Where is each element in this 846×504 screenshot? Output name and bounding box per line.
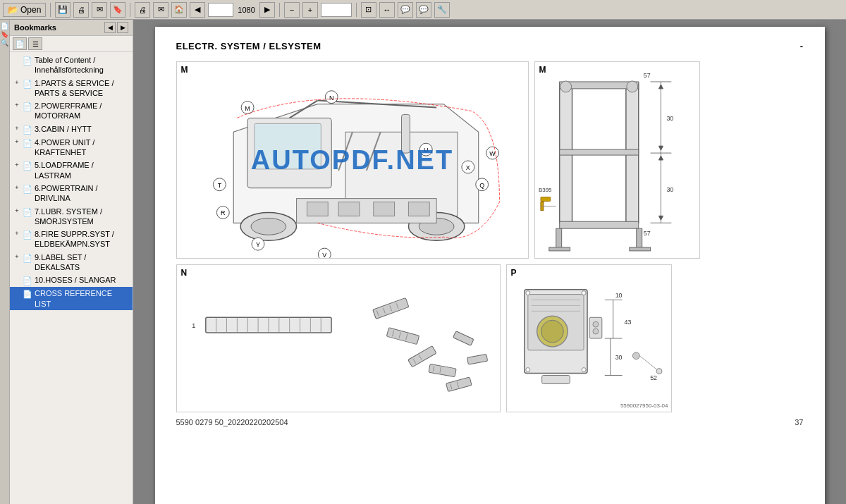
sidebar-item-powertrain[interactable]: + 📄 6.POWERTRAIN / DRIVLINA <box>10 182 133 205</box>
doc-icon-lubr: 📄 <box>23 207 32 217</box>
svg-text:T: T <box>217 182 221 189</box>
doc-icon-loadframe: 📄 <box>23 161 32 171</box>
svg-rect-45 <box>629 247 650 251</box>
toggle-fire[interactable]: + <box>13 230 21 238</box>
doc-icon-hoses: 📄 <box>23 276 32 285</box>
sidebar-item-parts[interactable]: + 📄 1.PARTS & SERVICE / PARTS & SERVICE <box>10 77 133 100</box>
email-button[interactable]: ✉ <box>92 2 107 18</box>
svg-rect-42 <box>556 228 561 250</box>
sidebar-collapse-button[interactable]: ◀ <box>104 22 116 33</box>
svg-rect-95 <box>453 331 473 346</box>
zoom-in-button[interactable]: + <box>302 2 318 18</box>
separator <box>50 3 51 17</box>
page-subtitle: - <box>800 41 804 51</box>
svg-rect-15 <box>373 202 394 216</box>
label-cabin: 3.CABIN / HYTT <box>35 124 130 134</box>
bottom-right-svg: 10 43 30 52 <box>507 265 671 412</box>
right-top-label: M <box>539 65 546 75</box>
toggle-power-unit[interactable]: + <box>13 138 21 147</box>
toggle-hoses <box>13 276 21 284</box>
doc-icon-parts: 📄 <box>23 79 32 89</box>
bookmark-tab-icon[interactable]: 🔖 <box>1 31 8 38</box>
sidebar-item-cross-ref[interactable]: 📄 CROSS REFERENCE LIST <box>10 287 133 310</box>
svg-rect-16 <box>408 202 429 216</box>
separator2 <box>130 3 130 17</box>
svg-rect-41 <box>559 221 638 228</box>
label-lubr: 7.LUBR. SYSTEM / SMÖRJSYSTEM <box>35 207 130 227</box>
svg-point-112 <box>582 368 586 372</box>
sidebar: Bookmarks ◀ ▶ 📄 ☰ 📄 Table of Content / I… <box>10 20 133 504</box>
label-power-unit: 4.POWER UNIT / KRAFTENHET <box>35 137 130 158</box>
svg-point-110 <box>582 291 586 295</box>
fit-width-button[interactable]: ↔ <box>379 2 395 18</box>
page-input[interactable]: 317 <box>208 3 233 17</box>
sidebar-item-powerframe[interactable]: + 📄 2.POWERFRAME / MOTORRAM <box>10 99 133 123</box>
svg-point-47 <box>626 81 637 92</box>
sidebar-options-button[interactable]: ☰ <box>28 37 42 50</box>
svg-text:43: 43 <box>624 319 631 326</box>
sidebar-item-hoses[interactable]: 📄 10.HOSES / SLANGAR <box>10 273 133 287</box>
svg-point-106 <box>592 321 598 327</box>
sidebar-item-power-unit[interactable]: + 📄 4.POWER UNIT / KRAFTENHET <box>10 136 133 159</box>
svg-text:10: 10 <box>615 292 622 299</box>
open-button[interactable]: 📂 Open <box>3 3 46 17</box>
toggle-loadframe[interactable]: + <box>13 161 21 169</box>
doc-icon-fire: 📄 <box>23 230 32 240</box>
svg-rect-82 <box>386 328 419 345</box>
save-button[interactable]: 💾 <box>55 2 70 18</box>
sidebar-expand-button[interactable]: ▶ <box>117 22 128 33</box>
sidebar-item-cabin[interactable]: + 📄 3.CABIN / HYTT <box>10 123 133 136</box>
toggle-powerframe[interactable]: + <box>13 102 21 110</box>
email2-button[interactable]: ✉ <box>153 2 168 18</box>
next-page-button[interactable]: ▶ <box>259 2 275 18</box>
prev-page-button[interactable]: ◀ <box>190 2 205 18</box>
zoom-out-button[interactable]: − <box>284 2 300 18</box>
toggle-label-set[interactable]: + <box>13 253 21 262</box>
catalog-number: 5590027950-03-04 <box>620 402 668 409</box>
svg-text:B395: B395 <box>538 187 551 193</box>
toggle-cabin[interactable]: + <box>13 125 21 133</box>
sidebar-item-label-set[interactable]: + 📄 9.LABEL SET / DEKALSATS <box>10 251 133 274</box>
tool-button[interactable]: 🔧 <box>434 2 450 18</box>
svg-rect-1 <box>255 123 321 169</box>
svg-text:U: U <box>424 147 428 154</box>
sidebar-item-fire[interactable]: + 📄 8.FIRE SUPPR.SYST / ELDBEKÄMPN.SYST <box>10 228 133 251</box>
sidebar-item-loadframe[interactable]: + 📄 5.LOADFRAME / LASTRAM <box>10 159 133 182</box>
svg-text:R: R <box>221 209 226 216</box>
doc-icon-label-set: 📄 <box>23 253 32 263</box>
label-cross-ref: CROSS REFERENCE LIST <box>35 288 130 309</box>
label-hoses: 10.HOSES / SLANGAR <box>35 275 130 285</box>
sidebar-new-button[interactable]: 📄 <box>13 37 27 50</box>
search-tab-icon[interactable]: 🔍 <box>1 39 8 47</box>
toggle-lubr[interactable]: + <box>13 207 21 216</box>
toggle-parts[interactable]: + <box>13 79 21 87</box>
zoom-input[interactable]: 104% <box>321 3 352 17</box>
svg-point-118 <box>632 352 639 359</box>
sidebar-item-lubr[interactable]: + 📄 7.LUBR. SYSTEM / SMÖRJSYSTEM <box>10 205 133 228</box>
fit-page-button[interactable]: ⊡ <box>361 2 376 18</box>
search-button[interactable]: 💬 <box>398 2 413 18</box>
print-button[interactable]: 🖨 <box>73 2 89 18</box>
comment-button[interactable]: 💬 <box>416 2 431 18</box>
toggle-powertrain[interactable]: + <box>13 184 21 192</box>
bookmark-button[interactable]: 🔖 <box>110 2 125 18</box>
home-button[interactable]: 🏠 <box>171 2 187 18</box>
sidebar-item-toc[interactable]: 📄 Table of Content / Innehållsförtecknin… <box>10 54 133 77</box>
svg-text:V: V <box>322 252 326 258</box>
svg-point-46 <box>560 81 571 92</box>
label-loadframe: 5.LOADFRAME / LASTRAM <box>35 160 130 180</box>
right-top-svg: 30 30 57 57 B395 <box>535 62 699 258</box>
sidebar-controls: ◀ ▶ <box>104 22 128 33</box>
svg-marker-52 <box>658 146 663 150</box>
svg-text:X: X <box>465 164 470 171</box>
print2-button[interactable]: 🖨 <box>135 2 150 18</box>
svg-text:N: N <box>329 94 333 102</box>
svg-point-111 <box>525 368 529 372</box>
top-diagram-row: M AUTOPDF.NET <box>176 61 804 259</box>
svg-point-104 <box>541 320 563 343</box>
svg-text:57: 57 <box>643 230 650 237</box>
content-area: ELECTR. SYSTEM / ELSYSTEM - M AUTOPDF.NE… <box>133 20 846 504</box>
pdf-page: ELECTR. SYSTEM / ELSYSTEM - M AUTOPDF.NE… <box>155 27 825 504</box>
panel-icon[interactable]: 📄 <box>1 23 8 30</box>
page-title: ELECTR. SYSTEM / ELSYSTEM <box>176 41 321 51</box>
